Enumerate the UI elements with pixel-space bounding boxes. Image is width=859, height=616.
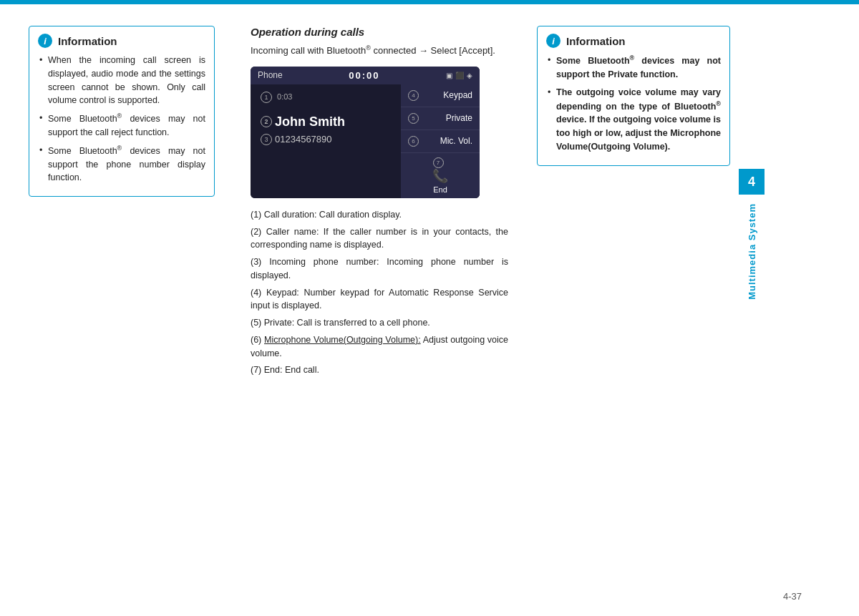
left-info-header: i Information: [38, 34, 205, 48]
description-list: (1) Call duration: Call duration display…: [251, 208, 508, 377]
left-column: i Information When the incoming call scr…: [29, 26, 229, 602]
left-info-box: i Information When the incoming call scr…: [29, 26, 215, 197]
right-info-header: i Information: [546, 34, 721, 48]
sidebar-chapter-label: Multimedia System: [747, 203, 757, 300]
left-info-item-1: When the incoming call screen is display…: [38, 54, 205, 107]
main-content: i Information When the incoming call scr…: [0, 4, 859, 616]
sidebar-chapter-number: 4: [739, 169, 765, 195]
desc-item-6: (6) Microphone Volume(Outgoing Volume): …: [251, 333, 508, 361]
desc-item-2: (2) Caller name: If the caller number is…: [251, 225, 508, 253]
caller-number: 3 01234567890: [261, 134, 391, 145]
phone-left-panel: 1 0:03 2 John Smith 3 01234567890: [251, 84, 401, 198]
desc-item-1: (1) Call duration: Call duration display…: [251, 208, 508, 222]
call-duration: 1 0:03: [261, 92, 391, 103]
sidebar-right: 4 Multimedia System: [730, 26, 773, 602]
desc-item-4: (4) Keypad: Number keypad for Automatic …: [251, 286, 508, 313]
right-info-box: i Information Some Bluetooth® devices ma…: [537, 26, 730, 166]
desc-item-3: (3) Incoming phone number: Incoming phon…: [251, 255, 508, 283]
end-phone-icon: 📞: [432, 168, 448, 184]
status-icon-2: ⬛: [455, 72, 464, 79]
keypad-btn[interactable]: 4 Keypad: [401, 84, 480, 107]
caller-name: 2 John Smith: [261, 114, 391, 129]
phone-body: 1 0:03 2 John Smith 3 01234567890 4: [251, 84, 480, 198]
middle-column: Operation during calls Incoming call wit…: [229, 26, 530, 602]
left-info-item-3: Some Bluetooth® devices may not support …: [38, 144, 205, 185]
duration-num: 1: [261, 92, 272, 103]
phone-timer: 00:00: [349, 70, 379, 81]
right-column: i Information Some Bluetooth® devices ma…: [530, 26, 730, 602]
caller-number-num: 3: [261, 134, 272, 145]
left-info-item-2: Some Bluetooth® devices may not support …: [38, 112, 205, 140]
private-btn[interactable]: 5 Private: [401, 107, 480, 130]
page-number: 4-37: [783, 591, 802, 602]
operation-title: Operation during calls: [251, 26, 508, 38]
phone-header-left-label: Phone: [258, 70, 283, 80]
phone-header: Phone 00:00 ▣ ⬛ ◈: [251, 67, 480, 84]
mic-vol-btn[interactable]: 6 Mic. Vol.: [401, 130, 480, 153]
caller-name-num: 2: [261, 116, 272, 127]
left-info-icon: i: [38, 34, 52, 48]
desc-item-5: (5) Private: Call is transferred to a ce…: [251, 316, 508, 330]
status-icon-3: ◈: [467, 72, 472, 79]
right-info-icon: i: [546, 34, 560, 48]
phone-screen: Phone 00:00 ▣ ⬛ ◈ 1 0:03 2 John Smith: [251, 67, 480, 198]
right-info-item-1: Some Bluetooth® devices may not support …: [546, 54, 721, 82]
phone-right-panel: 4 Keypad 5 Private 6 Mic. Vol. 7 📞: [401, 84, 480, 198]
left-info-title: Information: [58, 35, 117, 47]
right-info-item-2: The outgoing voice volume may vary depen…: [546, 86, 721, 154]
phone-status-icons: ▣ ⬛ ◈: [446, 72, 472, 79]
status-icon-1: ▣: [446, 72, 452, 79]
end-btn[interactable]: 7 📞 End: [401, 153, 480, 198]
left-info-list: When the incoming call screen is display…: [38, 54, 205, 185]
desc-item-7: (7) End: End call.: [251, 363, 508, 377]
right-info-title: Information: [566, 35, 626, 47]
operation-intro: Incoming call with Bluetooth® connected …: [251, 44, 508, 58]
right-info-list: Some Bluetooth® devices may not support …: [546, 54, 721, 154]
